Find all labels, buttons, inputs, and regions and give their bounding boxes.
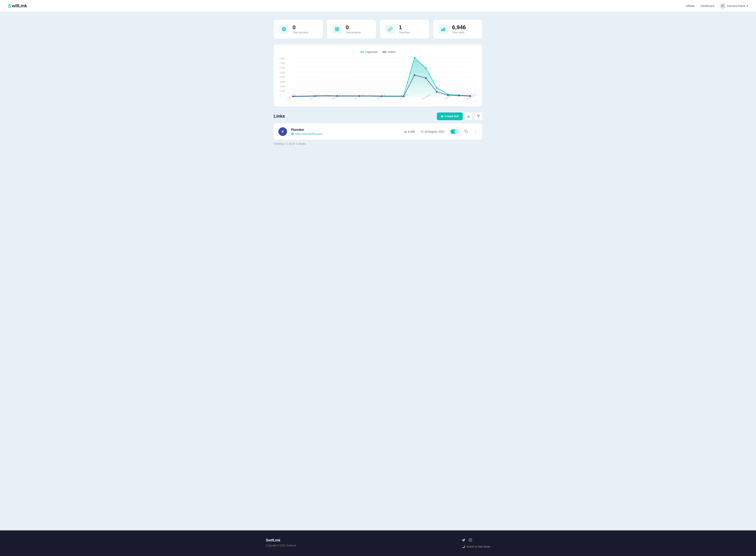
link-name: Plannker	[291, 128, 400, 132]
svg-rect-5	[337, 29, 339, 31]
svg-rect-27	[466, 131, 467, 133]
results-text: Showing 1-1 out of 1 results.	[274, 142, 482, 145]
globe-icon	[279, 25, 289, 34]
svg-rect-2	[335, 27, 337, 29]
chart-dot-visitors	[458, 95, 460, 96]
svg-rect-21	[405, 131, 405, 133]
user-avatar	[720, 3, 725, 9]
line-chart	[287, 57, 477, 97]
pageviews-label: Pageviews	[365, 50, 378, 54]
link-date: 24 August, 2021	[421, 130, 445, 133]
stat-text-domains: 0 Total domains	[293, 25, 308, 34]
download-button[interactable]	[465, 112, 473, 120]
projects-number: 0	[346, 25, 361, 31]
svg-point-29	[470, 540, 471, 541]
moon-icon: 🌙	[462, 545, 465, 548]
projects-icon	[332, 25, 342, 34]
link-url-text: https://swif.link/Plannker	[295, 132, 323, 135]
link-url[interactable]: 🌐 https://swif.link/Plannker	[291, 132, 400, 135]
visitors-dot	[382, 51, 386, 53]
dashboard-link[interactable]: Dashboard	[701, 4, 714, 7]
twitter-icon[interactable]	[462, 538, 465, 543]
logo-rest: wifLink	[12, 3, 27, 8]
chart-dot-visitors	[425, 77, 427, 79]
legend-visitors: Visitors	[382, 50, 396, 54]
header: SwifLink Affiliate Dashboard Kiomara Pia…	[0, 0, 756, 12]
clicks-number: 6,946	[452, 25, 466, 31]
svg-rect-6	[442, 29, 442, 31]
link-date-text: 24 August, 2021	[425, 130, 445, 133]
footer-copyright: Copyright © 2021 SwifLink	[266, 544, 296, 547]
svg-rect-23	[421, 131, 423, 133]
copy-button[interactable]	[464, 130, 468, 134]
chart-card: Pageviews Visitors 8,000 7,000 6,000 5,0…	[274, 44, 482, 106]
chart-dot-pageviews	[436, 87, 438, 89]
footer-content: SwifLink Copyright © 2021 SwifLink 🌙 Swi…	[266, 538, 490, 548]
svg-rect-4	[335, 29, 337, 31]
links-title: Links	[274, 114, 285, 119]
footer-socials	[462, 538, 472, 543]
projects-label: Total projects	[346, 31, 361, 34]
stat-card-links: 1 Total links	[380, 20, 429, 39]
stats-row: 0 Total domains 0 Total projects 1 Total…	[274, 20, 482, 39]
links-header: Links ⊕ Create link	[274, 112, 482, 120]
user-menu[interactable]: Kiomara Piana ▾	[720, 3, 748, 9]
filter-button[interactable]	[475, 112, 482, 120]
affiliate-link[interactable]: Affiliate	[686, 4, 695, 7]
chart-dot-visitors-peak	[414, 74, 415, 76]
stat-text-projects: 0 Total projects	[346, 25, 361, 34]
create-link-button[interactable]: ⊕ Create link	[437, 112, 463, 120]
link-url-globe-icon: 🌐	[291, 132, 294, 135]
stat-text-clicks: 6,946 Total clicks	[452, 25, 466, 34]
dark-mode-label: Switch to Dark Mode	[466, 545, 490, 548]
chart-dot-visitors	[436, 91, 438, 93]
svg-rect-8	[444, 28, 445, 31]
stat-card-clicks: 6,946 Total clicks	[433, 20, 482, 39]
stat-text-links: 1 Total links	[399, 25, 410, 34]
links-number: 1	[399, 25, 410, 31]
svg-point-0	[722, 5, 723, 6]
clicks-label: Total clicks	[452, 31, 466, 34]
domains-label: Total domains	[293, 31, 308, 34]
footer-brand: SwifLink	[266, 538, 296, 543]
links-section: Links ⊕ Create link	[274, 112, 482, 145]
create-link-label: Create link	[445, 115, 459, 118]
link-avatar-char: #	[282, 130, 284, 134]
svg-rect-22	[406, 131, 406, 133]
link-info: Plannker 🌐 https://swif.link/Plannker	[291, 128, 400, 135]
link-clicks: 6,946	[404, 130, 415, 133]
link-avatar: #	[278, 127, 287, 136]
link-toggle[interactable]	[450, 130, 458, 134]
legend-pageviews: Pageviews	[360, 50, 378, 54]
svg-rect-28	[469, 538, 472, 542]
svg-marker-19	[477, 115, 480, 117]
svg-rect-20	[404, 132, 405, 133]
clicks-icon	[439, 25, 448, 34]
stat-card-projects: 0 Total projects	[327, 20, 376, 39]
svg-rect-3	[337, 27, 339, 29]
link-meta: 6,946 24 August, 2021 ⋮	[404, 129, 478, 134]
link-item: # Plannker 🌐 https://swif.link/Plannker …	[274, 123, 482, 140]
more-options-button[interactable]: ⋮	[474, 129, 478, 134]
user-name: Kiomara Piana	[727, 4, 745, 7]
footer: SwifLink Copyright © 2021 SwifLink 🌙 Swi…	[0, 530, 756, 556]
chart-dot-pageviews-peak	[414, 57, 415, 59]
chart-dot-pageviews	[425, 67, 427, 69]
chart-area-pageviews	[293, 58, 470, 97]
user-dropdown-icon: ▾	[747, 4, 748, 7]
link-clicks-count: 6,946	[408, 130, 415, 133]
dark-mode-toggle[interactable]: 🌙 Switch to Dark Mode	[462, 545, 490, 548]
logo[interactable]: SwifLink	[8, 3, 27, 9]
links-label: Total links	[399, 31, 410, 34]
plus-icon: ⊕	[441, 114, 443, 118]
visitors-label: Visitors	[387, 50, 396, 54]
footer-brand-section: SwifLink Copyright © 2021 SwifLink	[266, 538, 296, 547]
link-icon	[385, 25, 395, 34]
domains-number: 0	[293, 25, 308, 31]
links-actions: ⊕ Create link	[437, 112, 482, 120]
pageviews-dot	[360, 51, 364, 53]
main-nav: Affiliate Dashboard Kiomara Piana ▾	[686, 3, 748, 9]
footer-right: 🌙 Switch to Dark Mode	[462, 538, 490, 548]
instagram-icon[interactable]	[468, 538, 472, 543]
logo-s: S	[8, 3, 11, 9]
